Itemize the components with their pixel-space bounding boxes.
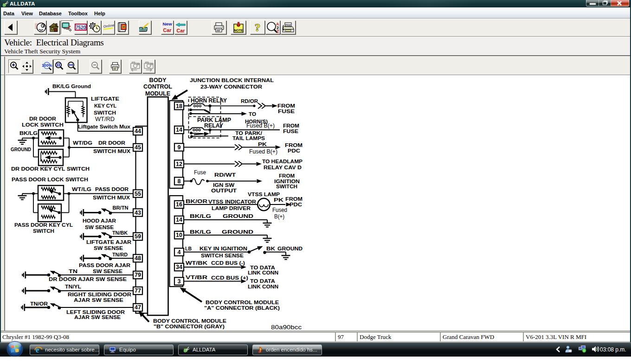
svg-text:Fused B(+): Fused B(+) — [246, 122, 275, 129]
svg-text:23-WAY CONNECTOR: 23-WAY CONNECTOR — [200, 84, 263, 89]
svg-text:CCD BUS (+): CCD BUS (+) — [211, 275, 248, 281]
svg-text:PDC: PDC — [290, 202, 302, 207]
svg-text:VTSS LAMP: VTSS LAMP — [248, 192, 280, 197]
svg-text:45: 45 — [135, 144, 141, 151]
svg-text:BK/LG Ground: BK/LG Ground — [52, 83, 91, 89]
svg-text:BODY: BODY — [149, 77, 167, 83]
svg-text:TN/YL: TN/YL — [65, 284, 81, 289]
svg-text:PASS DOOR AJAR: PASS DOOR AJAR — [79, 262, 131, 268]
svg-text:TN: TN — [69, 268, 77, 274]
svg-text:TO DATA: TO DATA — [250, 278, 275, 284]
svg-text:SW SENSE: SW SENSE — [93, 268, 122, 274]
svg-text:TN/BK: TN/BK — [112, 230, 128, 236]
svg-text:10: 10 — [176, 232, 182, 238]
svg-text:LIFTGATE AJAR: LIFTGATE AJAR — [86, 239, 132, 245]
svg-text:DR DOOR AJAR SW SENSE: DR DOOR AJAR SW SENSE — [49, 276, 127, 282]
svg-text:BR/TN: BR/TN — [113, 205, 129, 211]
svg-text:AJAR SW SENSE: AJAR SW SENSE — [74, 314, 121, 320]
svg-text:47: 47 — [135, 304, 141, 311]
svg-text:Fused: Fused — [272, 207, 287, 213]
svg-text:43: 43 — [135, 210, 141, 216]
svg-text:GROUND: GROUND — [277, 246, 303, 251]
svg-text:FROM: FROM — [285, 142, 303, 148]
svg-text:RD/WT: RD/WT — [214, 172, 236, 178]
svg-text:WT/LG: WT/LG — [72, 186, 91, 192]
svg-text:BODY CONTROL MODULE: BODY CONTROL MODULE — [153, 318, 226, 324]
svg-text:DR DOOR: DR DOOR — [98, 140, 126, 146]
svg-text:TN/RD: TN/RD — [112, 252, 128, 257]
svg-text:SWITCH SENSE: SWITCH SENSE — [201, 253, 244, 258]
svg-text:TO DATA: TO DATA — [250, 265, 275, 270]
svg-text:JUNCTION BLOCK INTERNAL: JUNCTION BLOCK INTERNAL — [190, 77, 274, 83]
svg-text:12: 12 — [176, 161, 182, 167]
svg-text:PK: PK — [274, 197, 284, 203]
svg-text:DR DOOR: DR DOOR — [29, 116, 57, 121]
svg-text:GROUND: GROUND — [11, 147, 31, 152]
svg-text:LB: LB — [185, 246, 192, 251]
svg-text:34: 34 — [176, 264, 182, 270]
svg-text:80a90bcc: 80a90bcc — [271, 324, 302, 331]
svg-text:RIGHT SLIDING DOOR: RIGHT SLIDING DOOR — [68, 292, 132, 297]
svg-text:LIFTGATE: LIFTGATE — [91, 96, 119, 102]
svg-text:FUSE: FUSE — [278, 109, 295, 114]
svg-text:CCD BUS (-): CCD BUS (-) — [211, 260, 245, 266]
svg-text:SWITCH: SWITCH — [276, 184, 297, 189]
svg-text:48: 48 — [135, 255, 141, 262]
svg-text:IGNITION: IGNITION — [274, 179, 300, 184]
svg-text:"B" CONNECTOR (GRAY): "B" CONNECTOR (GRAY) — [154, 324, 225, 329]
svg-text:FROM: FROM — [279, 173, 295, 179]
svg-text:BK/LG: BK/LG — [190, 213, 211, 219]
svg-text:WT/DG: WT/DG — [73, 140, 92, 146]
svg-text:BK/OR: BK/OR — [186, 198, 208, 204]
svg-text:TO: TO — [249, 111, 256, 117]
svg-text:AJAR SW SENSE: AJAR SW SENSE — [74, 297, 123, 303]
svg-text:IGN SW: IGN SW — [213, 182, 234, 188]
svg-text:4: 4 — [178, 249, 181, 255]
svg-text:VT/BR: VT/BR — [186, 275, 208, 280]
svg-text:14: 14 — [176, 127, 182, 133]
svg-text:GROUND: GROUND — [222, 229, 253, 235]
svg-text:Liftgate Switch Mux: Liftgate Switch Mux — [78, 124, 131, 129]
svg-text:SWITCH: SWITCH — [94, 110, 116, 115]
svg-text:"A" CONNECTOR (BLACK): "A" CONNECTOR (BLACK) — [204, 305, 280, 311]
svg-text:CONTROL: CONTROL — [143, 83, 172, 90]
svg-text:BODY CONTROL MODULE: BODY CONTROL MODULE — [206, 300, 279, 305]
svg-text:MODULE: MODULE — [145, 90, 170, 97]
svg-text:OUTPUT: OUTPUT — [211, 188, 237, 193]
svg-text:SWITCH: SWITCH — [33, 228, 54, 234]
svg-text:TO HEADLAMP: TO HEADLAMP — [262, 159, 303, 164]
svg-text:16: 16 — [176, 201, 182, 208]
svg-text:WT/BK: WT/BK — [186, 260, 208, 266]
svg-text:SW SENSE: SW SENSE — [85, 224, 114, 230]
svg-text:PDC: PDC — [288, 148, 300, 153]
svg-text:77: 77 — [135, 287, 141, 294]
svg-text:9: 9 — [178, 144, 181, 151]
svg-text:44: 44 — [135, 128, 141, 134]
svg-text:Fused B(+): Fused B(+) — [249, 148, 277, 155]
svg-text:KEY CYL: KEY CYL — [94, 103, 116, 109]
svg-text:3: 3 — [178, 278, 181, 285]
svg-text:LINK CONN: LINK CONN — [248, 284, 278, 289]
svg-text:LOCK SWITCH: LOCK SWITCH — [22, 122, 64, 128]
svg-text:59: 59 — [135, 233, 141, 240]
svg-text:WT/RD: WT/RD — [95, 116, 115, 122]
svg-text:PASS DOOR KEY CYL: PASS DOOR KEY CYL — [14, 222, 73, 228]
svg-text:55: 55 — [135, 191, 141, 197]
svg-text:FUSE: FUSE — [283, 128, 298, 134]
svg-text:TAIL LAMPS: TAIL LAMPS — [232, 135, 265, 141]
svg-text:LINK CONN: LINK CONN — [248, 270, 278, 275]
svg-text:14: 14 — [176, 217, 182, 223]
svg-text:FROM: FROM — [277, 103, 295, 109]
svg-text:PK: PK — [258, 141, 267, 147]
svg-text:B(+): B(+) — [274, 213, 284, 220]
svg-text:FROM: FROM — [283, 123, 299, 128]
svg-text:LEFT SLIDING DOOR: LEFT SLIDING DOOR — [66, 309, 125, 315]
svg-text:03:08 p.m.: 03:08 p.m. — [600, 346, 626, 353]
svg-text:BK/LG: BK/LG — [190, 229, 211, 235]
svg-text:SWITCH MUX: SWITCH MUX — [93, 148, 130, 154]
svg-text:GROUND: GROUND — [223, 213, 253, 219]
svg-text:PASS DOOR: PASS DOOR — [95, 186, 129, 192]
svg-text:LAMP DRIVER: LAMP DRIVER — [212, 205, 251, 211]
svg-text:VTSS INDICATOR: VTSS INDICATOR — [208, 199, 257, 204]
svg-text:HORN RELAY: HORN RELAY — [191, 97, 227, 104]
